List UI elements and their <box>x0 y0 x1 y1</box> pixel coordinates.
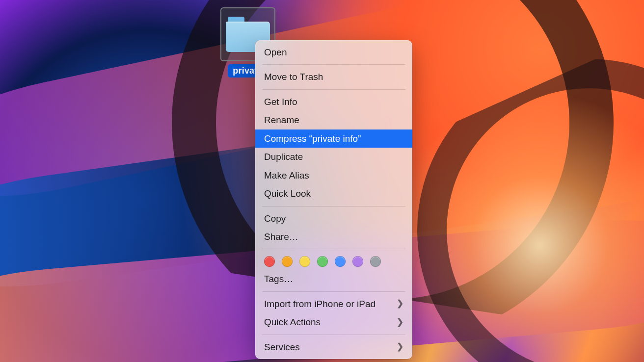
menu-label: Move to Trash <box>264 70 323 84</box>
submenu-chevron-icon: ❯ <box>397 316 403 329</box>
menu-item-import-from-device[interactable]: Import from iPhone or iPad ❯ <box>255 295 412 313</box>
menu-item-move-to-trash[interactable]: Move to Trash <box>255 68 412 86</box>
context-menu: Open Move to Trash Get Info Rename Compr… <box>255 40 412 359</box>
menu-label: Get Info <box>264 95 297 109</box>
tag-dot-yellow[interactable] <box>299 256 310 267</box>
menu-item-share[interactable]: Share… <box>255 228 412 246</box>
tag-dot-gray[interactable] <box>370 256 381 267</box>
menu-item-get-info[interactable]: Get Info <box>255 93 412 111</box>
menu-label: Open <box>264 45 287 59</box>
menu-item-rename[interactable]: Rename <box>255 111 412 129</box>
menu-item-quick-actions[interactable]: Quick Actions ❯ <box>255 313 412 331</box>
menu-item-open[interactable]: Open <box>255 43 412 61</box>
tag-color-row <box>255 252 412 270</box>
menu-label: Import from iPhone or iPad <box>264 297 376 311</box>
menu-label: Rename <box>264 113 299 127</box>
tag-dot-purple[interactable] <box>352 256 363 267</box>
menu-label: Share… <box>264 230 298 244</box>
menu-item-tags[interactable]: Tags… <box>255 270 412 288</box>
submenu-chevron-icon: ❯ <box>397 297 403 310</box>
menu-label: Tags… <box>264 272 293 286</box>
tag-dot-red[interactable] <box>264 256 275 267</box>
submenu-chevron-icon: ❯ <box>397 340 403 353</box>
menu-label: Quick Actions <box>264 315 321 329</box>
menu-separator <box>262 335 405 335</box>
menu-separator <box>262 89 405 90</box>
menu-separator <box>262 64 405 65</box>
menu-item-services[interactable]: Services ❯ <box>255 338 412 356</box>
menu-label: Services <box>264 340 300 354</box>
menu-item-make-alias[interactable]: Make Alias <box>255 166 412 184</box>
menu-label: Duplicate <box>264 150 303 164</box>
tag-dot-green[interactable] <box>317 256 328 267</box>
menu-item-copy[interactable]: Copy <box>255 209 412 228</box>
menu-separator <box>262 291 405 292</box>
menu-label: Copy <box>264 211 286 226</box>
menu-separator <box>262 249 405 249</box>
tag-dot-blue[interactable] <box>335 256 346 267</box>
menu-label: Compress “private info” <box>264 131 361 146</box>
menu-item-duplicate[interactable]: Duplicate <box>255 148 412 166</box>
menu-item-compress[interactable]: Compress “private info” <box>255 129 412 148</box>
menu-label: Make Alias <box>264 168 309 182</box>
menu-label: Quick Look <box>264 186 311 201</box>
menu-item-quick-look[interactable]: Quick Look <box>255 184 412 203</box>
tag-dot-orange[interactable] <box>282 256 293 267</box>
menu-separator <box>262 206 405 207</box>
